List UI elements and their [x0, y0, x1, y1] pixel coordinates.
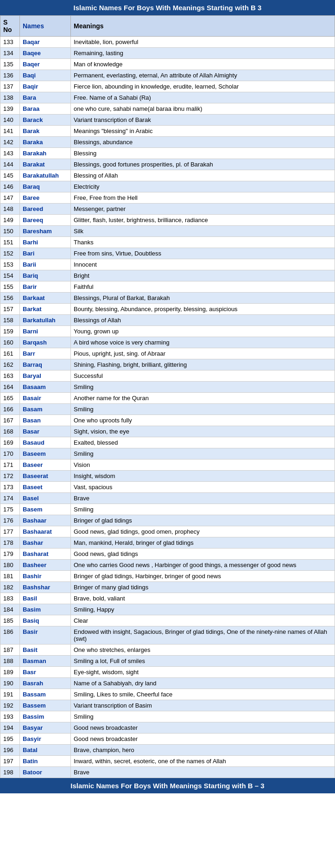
table-row: 165BasairAnother name for the Quran: [0, 393, 335, 404]
cell-name: Barkatullah: [20, 315, 71, 326]
cell-sno: 162: [0, 359, 20, 370]
cell-sno: 198: [0, 767, 20, 778]
table-row: 150BareshamSilk: [0, 226, 335, 237]
table-row: 133BaqarInevitable, lion, powerful: [0, 37, 335, 48]
table-row: 175BasemSmiling: [0, 504, 335, 515]
table-row: 184BasimSmiling, Happy: [0, 604, 335, 615]
cell-sno: 148: [0, 204, 20, 215]
cell-name: Bashaarat: [20, 526, 71, 537]
cell-sno: 149: [0, 215, 20, 226]
table-row: 160BarqashA bird whose voice is very cha…: [0, 337, 335, 348]
cell-name: Baseerat: [20, 471, 71, 482]
cell-sno: 165: [0, 393, 20, 404]
table-row: 182BashsharBringer of many glad tidings: [0, 582, 335, 593]
table-row: 136BaqiPermanent, everlasting, eternal, …: [0, 70, 335, 81]
cell-sno: 176: [0, 515, 20, 526]
table-row: 147BareeFree, Free from the Hell: [0, 192, 335, 204]
cell-name: Basem: [20, 504, 71, 515]
cell-name: Barqash: [20, 337, 71, 348]
table-row: 190BasrahName of a Sahabiyah, dry land: [0, 678, 335, 689]
cell-meaning: Sight, vision, the eye: [71, 426, 335, 437]
table-row: 152BariFree from sins, Virtue, Doubtless: [0, 248, 335, 259]
cell-sno: 139: [0, 103, 20, 115]
cell-name: Bara: [20, 92, 71, 103]
cell-meaning: Man, mankind, Herald, bringer of glad ti…: [71, 537, 335, 549]
cell-meaning: Bringer of many glad tidings: [71, 582, 335, 593]
table-row: 196BatalBrave, champion, hero: [0, 745, 335, 756]
table-row: 155BarirFaithful: [0, 281, 335, 293]
cell-meaning: One who uproots fully: [71, 415, 335, 426]
cell-meaning: Successful: [71, 370, 335, 382]
cell-name: Baraka: [20, 137, 71, 148]
table-row: 142BarakaBlessings, abundance: [0, 137, 335, 148]
cell-meaning: Brave, champion, hero: [71, 745, 335, 756]
cell-sno: 138: [0, 92, 20, 103]
cell-name: Basyar: [20, 722, 71, 734]
table-row: 151BarhiThanks: [0, 237, 335, 248]
cell-sno: 175: [0, 504, 20, 515]
cell-sno: 177: [0, 526, 20, 537]
cell-sno: 179: [0, 549, 20, 560]
cell-name: Barack: [20, 115, 71, 126]
cell-sno: 164: [0, 382, 20, 393]
cell-meaning: Inward, within, secret, esoteric, one of…: [71, 756, 335, 767]
cell-sno: 170: [0, 448, 20, 460]
cell-sno: 158: [0, 315, 20, 326]
cell-name: Bashir: [20, 571, 71, 582]
cell-name: Baseer: [20, 460, 71, 471]
cell-meaning: Blessings, Plural of Barkat, Barakah: [71, 293, 335, 304]
table-row: 186BasirEndowed with insight, Sagacious,…: [0, 626, 335, 645]
table-row: 164BasaamSmiling: [0, 382, 335, 393]
cell-sno: 142: [0, 137, 20, 148]
cell-sno: 159: [0, 326, 20, 337]
table-row: 179BasharatGood news, glad tidings: [0, 549, 335, 560]
table-row: 135BaqerMan of knowledge: [0, 59, 335, 70]
cell-meaning: Innocent: [71, 259, 335, 270]
cell-sno: 151: [0, 237, 20, 248]
cell-sno: 197: [0, 756, 20, 767]
table-row: 194BasyarGood news broadcaster: [0, 722, 335, 734]
cell-meaning: one who cure, sahabi name(al baraa ibnu …: [71, 103, 335, 115]
cell-name: Baseem: [20, 448, 71, 460]
table-row: 141BarakMeanings "blessing" in Arabic: [0, 126, 335, 137]
cell-name: Barkaat: [20, 293, 71, 304]
cell-sno: 140: [0, 115, 20, 126]
cell-meaning: Brave: [71, 493, 335, 504]
cell-name: Baqer: [20, 59, 71, 70]
table-row: 137BaqirFierce lion, abounding in knowle…: [0, 81, 335, 92]
table-row: 157BarkatBounty, blessing, Abundance, pr…: [0, 304, 335, 315]
table-row: 134BaqeeRemaining, lasting: [0, 48, 335, 59]
cell-sno: 189: [0, 667, 20, 678]
cell-sno: 143: [0, 148, 20, 159]
cell-meaning: Clear: [71, 615, 335, 626]
cell-sno: 169: [0, 437, 20, 448]
cell-sno: 194: [0, 722, 20, 734]
cell-meaning: Blessing: [71, 148, 335, 159]
cell-sno: 155: [0, 281, 20, 293]
table-row: 139Baraaone who cure, sahabi name(al bar…: [0, 103, 335, 115]
cell-meaning: Vast, spacious: [71, 482, 335, 493]
cell-name: Basan: [20, 415, 71, 426]
table-row: 174BaselBrave: [0, 493, 335, 504]
cell-sno: 160: [0, 337, 20, 348]
cell-sno: 196: [0, 745, 20, 756]
cell-meaning: Blessings of Allah: [71, 315, 335, 326]
cell-name: Basrah: [20, 678, 71, 689]
cell-meaning: Variant transcription of Barak: [71, 115, 335, 126]
cell-sno: 171: [0, 460, 20, 471]
cell-meaning: Free. Name of a Sahabi (Ra): [71, 92, 335, 103]
cell-sno: 152: [0, 248, 20, 259]
cell-meaning: A bird whose voice is very charming: [71, 337, 335, 348]
names-table: S No Names Meanings 133BaqarInevitable, …: [0, 15, 335, 778]
cell-meaning: Free, Free from the Hell: [71, 192, 335, 204]
cell-sno: 174: [0, 493, 20, 504]
table-row: 195BasyirGood news broadcaster: [0, 734, 335, 745]
cell-sno: 157: [0, 304, 20, 315]
table-row: 177BashaaratGood news, glad tidings, goo…: [0, 526, 335, 537]
table-row: 189BasrEye-sight, wisdom, sight: [0, 667, 335, 678]
cell-meaning: Smiling, Likes to smile, Cheerful face: [71, 689, 335, 700]
cell-name: Baraa: [20, 103, 71, 115]
cell-name: Barir: [20, 281, 71, 293]
cell-name: Barii: [20, 259, 71, 270]
cell-meaning: Remaining, lasting: [71, 48, 335, 59]
